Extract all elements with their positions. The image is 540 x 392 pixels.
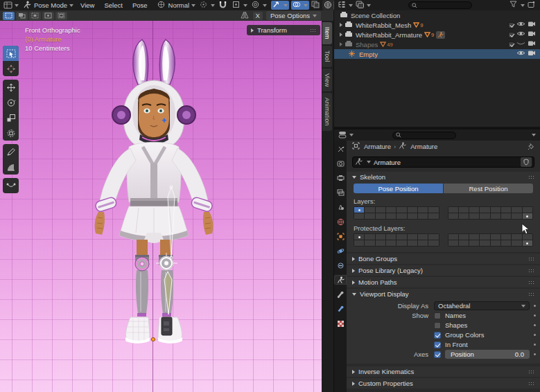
layer-cell[interactable] bbox=[469, 240, 479, 246]
layer-cell[interactable] bbox=[448, 213, 458, 219]
pose-position-button[interactable]: Pose Position bbox=[354, 184, 443, 193]
proportional-editing-selector[interactable] bbox=[252, 1, 267, 10]
disclosure-triangle-icon[interactable] bbox=[340, 33, 342, 37]
shapes-checkbox[interactable] bbox=[434, 322, 441, 329]
wireframe-shading-icon[interactable] bbox=[324, 1, 333, 10]
layer-cell[interactable] bbox=[480, 234, 489, 240]
layer-cell[interactable] bbox=[448, 240, 458, 246]
select-mode-set[interactable] bbox=[3, 12, 15, 20]
layer-cell[interactable] bbox=[459, 234, 469, 240]
layer-cell[interactable] bbox=[365, 240, 374, 246]
layer-cell[interactable] bbox=[354, 240, 364, 246]
layer-cell[interactable] bbox=[354, 213, 364, 219]
breadcrumb-data[interactable]: Armature bbox=[410, 143, 437, 150]
tab-object[interactable] bbox=[334, 231, 347, 241]
viewport-canvas[interactable]: Front Orthographic (0) Armature 10 Centi… bbox=[0, 21, 322, 392]
layer-cell[interactable] bbox=[512, 213, 521, 219]
camera-render-icon[interactable] bbox=[528, 50, 537, 59]
camera-render-icon[interactable] bbox=[528, 21, 537, 30]
animate-decorator[interactable] bbox=[534, 324, 536, 326]
menu-pose[interactable]: Pose bbox=[130, 1, 150, 9]
layer-cell[interactable] bbox=[386, 240, 396, 246]
tab-bone-constraint[interactable] bbox=[334, 304, 347, 314]
skeleton-panel-header[interactable]: Skeleton bbox=[347, 172, 540, 182]
transform-panel-header[interactable]: Transform bbox=[247, 25, 320, 35]
layer-cell[interactable] bbox=[408, 234, 417, 240]
panel-drag-dots[interactable] bbox=[528, 370, 534, 374]
pose-options-dropdown[interactable]: Pose Options bbox=[266, 11, 321, 20]
layer-cell[interactable] bbox=[376, 234, 385, 240]
breadcrumb-object[interactable]: Armature bbox=[364, 143, 391, 150]
tool-scale[interactable] bbox=[3, 110, 19, 125]
outliner-row-whiterabbit-armature[interactable]: WhiteRabbit_Armature 9 bbox=[334, 30, 540, 39]
tool-select-box[interactable] bbox=[3, 46, 19, 61]
axes-position-slider[interactable]: Position 0.0 bbox=[445, 350, 530, 359]
layer-cell[interactable] bbox=[418, 240, 428, 246]
layer-cell[interactable] bbox=[428, 207, 438, 213]
layer-cell[interactable] bbox=[459, 213, 469, 219]
tab-physics[interactable] bbox=[334, 246, 347, 256]
select-mode-extend[interactable] bbox=[16, 12, 28, 20]
panel-drag-dots[interactable] bbox=[528, 269, 534, 273]
object-origin-dot[interactable] bbox=[151, 337, 155, 341]
layer-cell[interactable] bbox=[469, 213, 479, 219]
layer-cell[interactable] bbox=[365, 207, 374, 213]
display-as-dropdown[interactable]: Octahedral bbox=[434, 301, 530, 310]
layer-cell[interactable] bbox=[418, 234, 428, 240]
overlays-toggle[interactable] bbox=[291, 1, 309, 10]
select-mode-subtract[interactable] bbox=[29, 12, 41, 20]
eye-icon[interactable] bbox=[516, 50, 525, 59]
tool-annotate[interactable] bbox=[3, 144, 19, 159]
tab-texture[interactable] bbox=[334, 319, 347, 328]
layer-cell[interactable] bbox=[418, 207, 428, 213]
sidebar-tab-item[interactable]: Item bbox=[322, 22, 332, 44]
x-mirror-toggle[interactable]: X bbox=[253, 12, 263, 20]
layer-cell[interactable] bbox=[491, 234, 500, 240]
exclude-checkbox[interactable] bbox=[508, 22, 514, 28]
layer-cell[interactable] bbox=[386, 213, 396, 219]
tab-scene[interactable] bbox=[334, 202, 347, 212]
tab-object-data-armature[interactable] bbox=[334, 275, 347, 285]
outliner-display-mode-button[interactable] bbox=[356, 1, 371, 10]
layer-cell[interactable] bbox=[480, 207, 489, 213]
panel-drag-dots[interactable] bbox=[528, 257, 534, 261]
layer-cell[interactable] bbox=[397, 207, 406, 213]
snap-toggle[interactable] bbox=[219, 1, 228, 10]
layer-cell[interactable] bbox=[491, 240, 500, 246]
tool-pose-breakdowner[interactable] bbox=[3, 178, 19, 193]
transform-orientation-selector[interactable]: Normal bbox=[157, 1, 196, 10]
tab-bone[interactable] bbox=[334, 289, 347, 299]
character-model[interactable] bbox=[0, 21, 322, 392]
panel-drag-dots[interactable] bbox=[528, 280, 534, 285]
properties-editor-type-button[interactable] bbox=[338, 131, 354, 140]
outliner-search-input[interactable] bbox=[408, 1, 472, 9]
layer-cell[interactable] bbox=[397, 213, 406, 219]
exclude-checkbox[interactable] bbox=[508, 42, 514, 48]
panel-drag-dots[interactable] bbox=[528, 175, 534, 179]
sidebar-tab-tool[interactable]: Tool bbox=[322, 46, 332, 67]
layer-cell[interactable] bbox=[491, 207, 500, 213]
layer-cell[interactable] bbox=[408, 207, 417, 213]
layer-cell[interactable] bbox=[480, 240, 489, 246]
camera-render-icon[interactable] bbox=[528, 40, 537, 49]
layer-cell[interactable] bbox=[386, 207, 396, 213]
tab-view-layer[interactable] bbox=[334, 188, 347, 197]
panel-drag-dots[interactable] bbox=[310, 28, 316, 33]
layer-cell[interactable] bbox=[512, 207, 521, 213]
animate-decorator[interactable] bbox=[534, 334, 536, 336]
tool-cursor[interactable] bbox=[3, 61, 19, 76]
disclosure-triangle-icon[interactable] bbox=[340, 42, 342, 46]
layer-cell[interactable] bbox=[376, 213, 385, 219]
menu-select[interactable]: Select bbox=[101, 1, 125, 9]
layer-cell[interactable] bbox=[512, 234, 521, 240]
layer-cell[interactable] bbox=[408, 240, 417, 246]
layer-cell[interactable] bbox=[459, 207, 469, 213]
layer-cell[interactable] bbox=[397, 234, 406, 240]
eye-closed-icon[interactable] bbox=[516, 40, 525, 49]
names-checkbox[interactable] bbox=[434, 312, 441, 319]
fake-user-shield-icon[interactable] bbox=[521, 157, 532, 167]
properties-search-input[interactable] bbox=[392, 132, 456, 139]
menu-view[interactable]: View bbox=[78, 1, 97, 9]
layer-cell[interactable] bbox=[428, 240, 438, 246]
layer-cell[interactable] bbox=[523, 234, 532, 240]
